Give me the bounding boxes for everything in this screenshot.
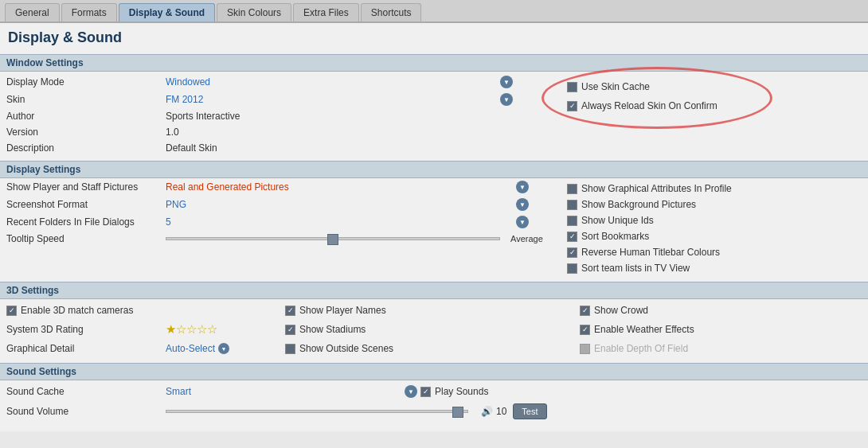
show-graphical-attrs-checkbox[interactable] [567, 184, 577, 194]
player-pictures-label: Show Player and Staff Pictures [6, 181, 166, 193]
tab-skin-colours[interactable]: Skin Colours [217, 3, 291, 21]
graphical-detail-select[interactable]: Auto-Select ▼ [166, 343, 285, 354]
red-circle-annotation [542, 67, 772, 129]
sort-team-lists-label: Sort team lists in TV View [581, 263, 690, 274]
display-mode-row: Display Mode Windowed ▼ [0, 73, 557, 91]
reverse-human-titlebar-row: Reverse Human Titlebar Colours [567, 245, 858, 259]
play-sounds-row: Play Sounds [420, 384, 862, 399]
skin-label: Skin [6, 94, 166, 105]
sound-cache-label: Sound Cache [6, 386, 166, 397]
show-stadiums-row: Show Stadiums [285, 322, 580, 337]
sound-cache-value[interactable]: Smart [166, 386, 405, 397]
show-crowd-row: Show Crowd [580, 303, 862, 317]
enable-weather-effects-label: Enable Weather Effects [594, 324, 694, 335]
recent-folders-arrow[interactable]: ▼ [516, 216, 529, 228]
show-crowd-checkbox[interactable] [580, 306, 590, 316]
author-value: Sports Interactive [166, 111, 500, 122]
system-3d-rating-label: System 3D Rating [6, 324, 166, 335]
enable-weather-effects-checkbox[interactable] [580, 325, 590, 335]
show-outside-scenes-row: Show Outside Scenes [285, 341, 580, 356]
show-player-names-row: Show Player Names [285, 303, 580, 317]
tooltip-speed-slider[interactable]: Average [166, 234, 551, 243]
description-row: Description Default Skin [0, 140, 557, 156]
tab-extra-files[interactable]: Extra Files [293, 3, 359, 21]
volume-icon: 🔊 [481, 406, 493, 417]
show-outside-scenes-label: Show Outside Scenes [299, 343, 393, 354]
show-crowd-label: Show Crowd [594, 305, 648, 316]
sort-team-lists-row: Sort team lists in TV View [567, 261, 858, 275]
play-sounds-label: Play Sounds [435, 386, 488, 397]
show-background-pictures-row: Show Background Pictures [567, 197, 858, 212]
show-stadiums-checkbox[interactable] [285, 325, 295, 335]
screenshot-format-arrow[interactable]: ▼ [516, 198, 529, 211]
show-background-pictures-label: Show Background Pictures [581, 199, 696, 210]
sound-settings-header: Sound Settings [0, 363, 868, 380]
tooltip-speed-label: Tooltip Speed [6, 233, 166, 244]
player-pictures-value[interactable]: Real and Generated Pictures [166, 181, 516, 193]
tab-formats[interactable]: Formats [61, 3, 117, 21]
description-label: Description [6, 142, 166, 154]
version-value: 1.0 [166, 127, 500, 138]
show-unique-ids-checkbox[interactable] [567, 216, 577, 226]
enable-depth-of-field-label: Enable Depth Of Field [594, 343, 688, 354]
skin-value[interactable]: FM 2012 [166, 94, 500, 105]
enable-depth-of-field-row: Enable Depth Of Field [580, 341, 862, 356]
tab-shortcuts[interactable]: Shortcuts [361, 3, 422, 21]
recent-folders-label: Recent Folders In File Dialogs [6, 216, 166, 228]
enable-depth-of-field-checkbox[interactable] [580, 344, 590, 354]
sort-bookmarks-checkbox[interactable] [567, 232, 577, 242]
enable-weather-effects-row: Enable Weather Effects [580, 322, 862, 337]
test-button[interactable]: Test [513, 403, 546, 419]
page-title: Display & Sound [0, 23, 868, 51]
window-settings-header: Window Settings [0, 54, 868, 72]
use-skin-cache-checkbox[interactable] [567, 82, 577, 92]
sound-volume-value: 10 [496, 406, 506, 417]
always-reload-skin-label: Always Reload Skin On Confirm [581, 100, 717, 111]
tabs-bar: General Formats Display & Sound Skin Col… [0, 0, 868, 23]
tab-display-sound[interactable]: Display & Sound [119, 3, 215, 21]
enable-3d-cameras-checkbox[interactable] [6, 306, 17, 316]
show-background-pictures-checkbox[interactable] [567, 200, 577, 210]
graphical-detail-value: Auto-Select [166, 343, 215, 354]
show-stadiums-label: Show Stadiums [299, 324, 366, 335]
sort-bookmarks-row: Sort Bookmarks [567, 229, 858, 243]
recent-folders-value[interactable]: 5 [166, 216, 516, 228]
tab-general[interactable]: General [5, 3, 60, 21]
sound-volume-label: Sound Volume [6, 406, 166, 417]
graphical-detail-arrow[interactable]: ▼ [218, 343, 229, 354]
play-sounds-checkbox[interactable] [420, 387, 431, 397]
reverse-human-titlebar-checkbox[interactable] [567, 247, 577, 258]
show-unique-ids-row: Show Unique Ids [567, 213, 858, 228]
show-player-names-checkbox[interactable] [285, 306, 295, 316]
show-outside-scenes-checkbox[interactable] [285, 344, 295, 354]
use-skin-cache-row: Use Skin Cache [567, 80, 858, 94]
display-mode-arrow[interactable]: ▼ [500, 76, 513, 88]
display-mode-value[interactable]: Windowed [166, 76, 500, 88]
skin-arrow[interactable]: ▼ [500, 93, 513, 106]
screenshot-format-value[interactable]: PNG [166, 199, 516, 210]
player-pictures-arrow[interactable]: ▼ [516, 181, 529, 193]
main-content: Display & Sound Window Settings Display … [0, 23, 868, 431]
enable-3d-cameras-row: Enable 3D match cameras [6, 303, 285, 317]
tooltip-speed-value: Average [510, 234, 543, 243]
always-reload-skin-row: Always Reload Skin On Confirm [567, 99, 858, 113]
skin-row: Skin FM 2012 ▼ [0, 91, 557, 108]
show-unique-ids-label: Show Unique Ids [581, 215, 654, 226]
show-player-names-label: Show Player Names [299, 305, 386, 316]
enable-3d-cameras-label: Enable 3D match cameras [21, 305, 133, 316]
use-skin-cache-label: Use Skin Cache [581, 81, 650, 92]
version-label: Version [6, 127, 166, 138]
reverse-human-titlebar-label: Reverse Human Titlebar Colours [581, 247, 720, 258]
show-graphical-attrs-row: Show Graphical Attributes In Profile [567, 181, 858, 196]
sound-volume-slider[interactable]: 🔊 10 Test [166, 403, 862, 419]
graphical-detail-label: Graphical Detail [6, 343, 166, 354]
description-value: Default Skin [166, 142, 500, 154]
3d-settings-header: 3D Settings [0, 282, 868, 299]
author-label: Author [6, 111, 166, 122]
sort-team-lists-checkbox[interactable] [567, 263, 577, 274]
screenshot-format-label: Screenshot Format [6, 199, 166, 210]
always-reload-skin-checkbox[interactable] [567, 101, 577, 111]
sound-cache-arrow[interactable]: ▼ [405, 385, 417, 398]
version-row: Version 1.0 [0, 124, 557, 140]
author-row: Author Sports Interactive [0, 108, 557, 124]
